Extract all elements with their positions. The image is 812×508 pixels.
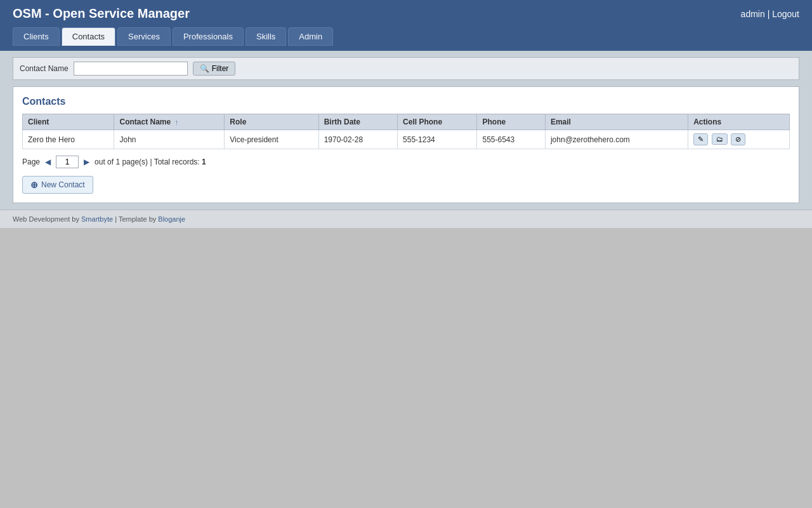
total-records: 1: [202, 157, 206, 166]
filter-search-icon: 🔍: [200, 64, 209, 73]
filter-contact-name-input[interactable]: [74, 62, 188, 76]
new-contact-button[interactable]: ⊕ New Contact: [22, 176, 93, 194]
col-email: Email: [545, 114, 688, 130]
new-contact-label: New Contact: [41, 180, 85, 189]
app-title: OSM - Open Service Manager: [13, 6, 190, 21]
new-contact-plus-icon: ⊕: [30, 180, 38, 190]
pagination: Page ◀ ▶ out of 1 page(s) | Total record…: [22, 156, 790, 168]
user-area: admin | Logout: [741, 9, 799, 19]
tab-skills[interactable]: Skills: [246, 27, 286, 46]
col-phone: Phone: [477, 114, 545, 130]
cell-client: Zero the Hero: [23, 130, 114, 149]
delete-button[interactable]: ⊘: [731, 133, 745, 145]
page-number-input[interactable]: [56, 156, 79, 168]
col-cell-phone: Cell Phone: [398, 114, 477, 130]
col-client: Client: [23, 114, 114, 130]
footer-text: Web Development by: [13, 215, 79, 223]
cell-cell-phone: 555-1234: [398, 130, 477, 149]
separator: |: [768, 9, 770, 19]
table-body: Zero the Hero John Vice-president 1970-0…: [23, 130, 790, 149]
tab-professionals[interactable]: Professionals: [173, 27, 244, 46]
next-page-button[interactable]: ▶: [82, 157, 91, 166]
footer-separator: | Template by: [115, 215, 158, 223]
navigation: Clients Contacts Services Professionals …: [0, 27, 812, 51]
panel-title: Contacts: [22, 96, 790, 107]
header: OSM - Open Service Manager admin | Logou…: [0, 0, 812, 27]
edit-button[interactable]: ✎: [693, 133, 708, 145]
username: admin: [741, 9, 765, 19]
filter-contact-name-label: Contact Name: [20, 64, 69, 73]
cell-birth-date: 1970-02-28: [318, 130, 397, 149]
view-button[interactable]: 🗂: [712, 133, 728, 145]
table-row: Zero the Hero John Vice-president 1970-0…: [23, 130, 790, 149]
filter-button-label: Filter: [212, 64, 229, 73]
col-contact-name[interactable]: Contact Name ↑: [114, 114, 225, 130]
table-header-row: Client Contact Name ↑ Role Birth Date Ce…: [23, 114, 790, 130]
content-wrapper: Contact Name 🔍 Filter Contacts Client Co…: [0, 51, 812, 210]
col-actions: Actions: [688, 114, 790, 130]
footer-developer-link[interactable]: Smartbyte: [81, 215, 113, 223]
table-head: Client Contact Name ↑ Role Birth Date Ce…: [23, 114, 790, 130]
contacts-table: Client Contact Name ↑ Role Birth Date Ce…: [22, 114, 790, 149]
main-panel: Contacts Client Contact Name ↑ Role Birt…: [13, 86, 799, 203]
cell-email: john@zerothehero.com: [545, 130, 688, 149]
cell-role: Vice-president: [225, 130, 318, 149]
col-role: Role: [225, 114, 318, 130]
footer: Web Development by Smartbyte | Template …: [0, 210, 812, 228]
tab-contacts[interactable]: Contacts: [62, 27, 115, 46]
col-birth-date: Birth Date: [318, 114, 397, 130]
logout-link[interactable]: Logout: [772, 9, 799, 19]
sort-icon: ↑: [175, 118, 179, 126]
tab-clients[interactable]: Clients: [13, 27, 60, 46]
tab-services[interactable]: Services: [117, 27, 171, 46]
cell-phone: 555-6543: [477, 130, 545, 149]
footer-template-author-link[interactable]: Bloganje: [158, 215, 185, 223]
tab-admin[interactable]: Admin: [288, 27, 333, 46]
filter-bar: Contact Name 🔍 Filter: [13, 57, 799, 80]
cell-actions: ✎ 🗂 ⊘: [688, 130, 790, 149]
cell-contact-name: John: [114, 130, 225, 149]
filter-button[interactable]: 🔍 Filter: [193, 62, 236, 76]
page-label: Page: [22, 157, 40, 166]
prev-page-button[interactable]: ◀: [44, 157, 52, 166]
pagination-info: out of 1 page(s) | Total records: 1: [95, 157, 206, 166]
